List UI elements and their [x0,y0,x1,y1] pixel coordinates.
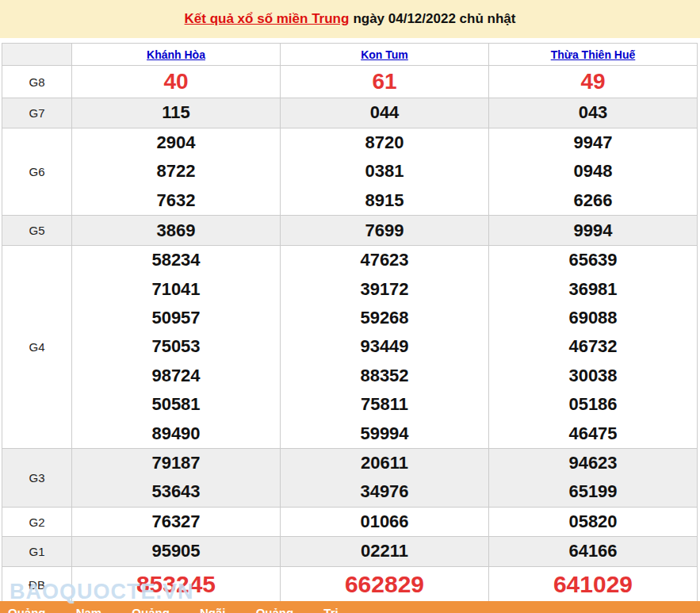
prize-number: 01066 [281,508,488,536]
prize-number: 20611 [281,449,488,477]
prize-number: 71041 [72,275,280,304]
table-row: G5386976999994 [2,216,698,246]
prize-number: 2904 [72,128,280,157]
prize-number: 89490 [72,420,280,448]
prize-number: 34976 [281,477,488,506]
prize-numbers-cell: 7699 [281,216,489,246]
prize-number: 88352 [281,362,488,390]
prize-numbers-cell: 853245 [72,566,281,603]
table-row: G7115044043 [2,98,698,128]
corner-cell [2,44,72,66]
prize-label: G6 [2,128,72,216]
prize-label: G8 [2,66,72,98]
prize-number: 53643 [72,477,280,506]
prize-label: G3 [2,449,72,508]
prize-numbers-cell: 9994 [489,216,698,246]
prize-number: 8720 [281,128,488,157]
prize-number: 36981 [489,275,697,304]
prize-number: 115 [72,98,280,127]
prize-number: 65639 [489,246,697,274]
prize-number: 30038 [489,362,697,390]
prize-numbers-cell: 044 [281,98,489,128]
prize-numbers-cell: 47623391725926893449883527581159994 [281,246,489,449]
header-row: Khánh Hòa Kon Tum Thừa Thiên Huế [2,44,698,66]
prize-label: G4 [2,246,72,449]
prize-number: 50957 [72,304,280,332]
prize-number: 662829 [281,567,488,602]
prize-number: 853245 [72,567,280,602]
prize-number: 64166 [489,537,697,565]
footer-bar: Quảng Nam Quảng Ngãi Quảng Trị [0,601,700,613]
prize-numbers-cell: 01066 [281,507,489,536]
prize-number: 46732 [489,332,697,361]
prize-number: 75811 [281,390,488,419]
prize-label: G7 [2,98,72,128]
prize-number: 9994 [489,216,697,245]
prize-number: 50581 [72,390,280,419]
prize-numbers-cell: 3869 [72,216,281,246]
prize-number: 05820 [489,508,697,536]
prize-numbers-cell: 76327 [72,507,281,536]
prize-numbers-cell: 290487227632 [72,128,281,216]
prize-numbers-cell: 872003818915 [281,128,489,216]
prize-numbers-cell: 61 [281,66,489,98]
prize-number: 02211 [281,537,488,565]
prize-number: 9947 [489,128,697,157]
prize-numbers-cell: 49 [489,66,698,98]
prize-numbers-cell: 58234710415095775053987245058189490 [72,246,281,449]
prize-numbers-cell: 641029 [489,566,698,603]
prize-number: 39172 [281,275,488,304]
table-row: G6290487227632872003818915994709486266 [2,128,698,216]
prize-numbers-cell: 994709486266 [489,128,698,216]
results-body: G8406149G7115044043G62904872276328720038… [2,66,698,603]
prize-number: 49 [489,66,697,98]
prize-number: 7632 [72,186,280,215]
prize-numbers-cell: 05820 [489,507,698,536]
prize-numbers-cell: 7918753643 [72,449,281,508]
prize-number: 6266 [489,186,697,215]
prize-numbers-cell: 9462365199 [489,449,698,508]
prize-numbers-cell: 2061134976 [281,449,489,508]
prize-label: G2 [2,507,72,536]
table-row: G1959050221164166 [2,537,698,566]
table-row: G458234710415095775053987245058189490476… [2,246,698,449]
prize-number: 79187 [72,449,280,477]
prize-number: 0381 [281,157,488,186]
table-row: G2763270106605820 [2,507,698,536]
title-banner: Kết quả xổ số miền Trung ngày 04/12/2022… [0,0,700,38]
prize-numbers-cell: 043 [489,98,698,128]
prize-number: 98724 [72,362,280,390]
prize-number: 61 [281,66,488,98]
prize-number: 641029 [489,567,697,602]
table-row: ĐB853245662829641029 [2,566,698,603]
prize-numbers-cell: 115 [72,98,281,128]
prize-number: 59268 [281,304,488,332]
prize-number: 69088 [489,304,697,332]
prize-numbers-cell: 64166 [489,537,698,566]
prize-number: 94623 [489,449,697,477]
prize-number: 3869 [72,216,280,245]
prize-number: 8915 [281,186,488,215]
prize-number: 40 [72,66,280,98]
prize-label: ĐB [2,566,72,603]
prize-numbers-cell: 40 [72,66,281,98]
prize-label: G5 [2,216,72,246]
province-link-khanh-hoa[interactable]: Khánh Hòa [147,48,205,61]
province-link-kon-tum[interactable]: Kon Tum [361,48,408,61]
column-header-thua-thien-hue: Thừa Thiên Huế [489,44,698,66]
prize-number: 05186 [489,390,697,419]
prize-number: 044 [281,98,488,127]
prize-number: 75053 [72,332,280,361]
prize-number: 043 [489,98,697,127]
column-header-kon-tum: Kon Tum [281,44,489,66]
prize-number: 8722 [72,157,280,186]
prize-number: 0948 [489,157,697,186]
prize-numbers-cell: 95905 [72,537,281,566]
prize-numbers-cell: 65639369816908846732300380518646475 [489,246,698,449]
prize-number: 59994 [281,420,488,448]
province-link-thua-thien-hue[interactable]: Thừa Thiên Huế [551,48,636,61]
table-row: G3791875364320611349769462365199 [2,449,698,508]
title-link[interactable]: Kết quả xổ số miền Trung [185,11,350,27]
results-table: Khánh Hòa Kon Tum Thừa Thiên Huế G840614… [2,43,698,603]
prize-number: 47623 [281,246,488,274]
